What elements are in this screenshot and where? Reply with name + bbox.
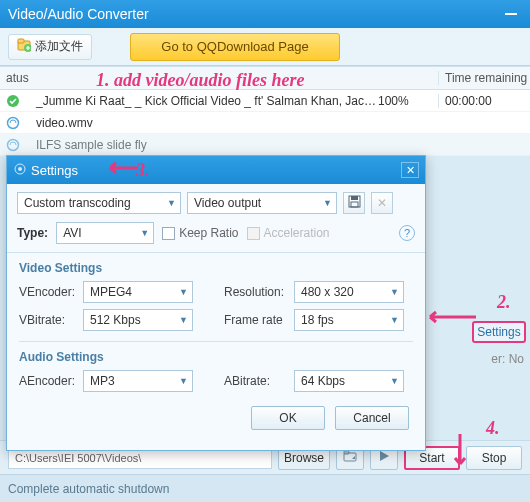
checkbox-box — [247, 227, 260, 240]
main-titlebar: Video/Audio Converter — [0, 0, 530, 28]
svg-point-6 — [8, 139, 19, 150]
svg-rect-2 — [18, 39, 24, 43]
chevron-down-icon: ▼ — [390, 376, 399, 386]
svg-point-11 — [18, 167, 22, 171]
table-row[interactable]: _Jumme Ki Raat_ _ Kick Official Video _ … — [0, 90, 530, 112]
resolution-combo[interactable]: 480 x 320▼ — [294, 281, 404, 303]
stop-button[interactable]: Stop — [466, 446, 522, 470]
dialog-title: Settings — [31, 163, 78, 178]
keep-ratio-checkbox[interactable]: Keep Ratio — [162, 226, 238, 240]
settings-dialog: Settings ✕ Custom transcoding▼ Video out… — [6, 155, 426, 451]
file-name: _Jumme Ki Raat_ _ Kick Official Video _ … — [30, 94, 378, 108]
status-icon-pending — [0, 116, 30, 130]
abitrate-label: ABitrate: — [224, 374, 290, 388]
chevron-down-icon: ▼ — [140, 228, 149, 238]
close-icon: ✕ — [406, 164, 415, 177]
dialog-titlebar: Settings ✕ — [7, 156, 425, 184]
status-icon-done — [0, 94, 30, 108]
preset-combo[interactable]: Custom transcoding▼ — [17, 192, 181, 214]
file-progress: 100% — [378, 94, 438, 108]
dialog-close-button[interactable]: ✕ — [401, 162, 419, 178]
chevron-down-icon: ▼ — [179, 315, 188, 325]
chevron-down-icon: ▼ — [390, 287, 399, 297]
footer-status: Complete automatic shutdown — [0, 474, 530, 502]
aencoder-label: AEncoder: — [19, 374, 79, 388]
folder-label-fragment: er: No — [491, 352, 524, 366]
file-table-header: atus Time remaining — [0, 66, 530, 90]
help-icon: ? — [404, 227, 410, 239]
play-icon — [378, 450, 390, 465]
aencoder-combo[interactable]: MP3▼ — [83, 370, 193, 392]
file-time: 00:00:00 — [438, 94, 530, 108]
annotation-4: 4. — [486, 418, 500, 439]
vencoder-combo[interactable]: MPEG4▼ — [83, 281, 193, 303]
save-icon — [348, 195, 361, 211]
table-row[interactable]: video.wmv — [0, 112, 530, 134]
resolution-label: Resolution: — [224, 285, 290, 299]
window-title: Video/Audio Converter — [8, 6, 149, 22]
vbitrate-label: VBitrate: — [19, 313, 79, 327]
main-toolbar: 添加文件 Go to QQDownload Page — [0, 28, 530, 66]
delete-icon: ✕ — [377, 196, 387, 210]
chevron-down-icon: ▼ — [179, 287, 188, 297]
type-label: Type: — [17, 226, 48, 240]
video-section-title: Video Settings — [7, 253, 425, 279]
svg-rect-14 — [351, 202, 358, 207]
audio-section-title: Audio Settings — [7, 342, 425, 368]
status-icon-pending — [0, 138, 30, 152]
open-folder-icon — [343, 450, 357, 465]
acceleration-checkbox: Acceleration — [247, 226, 330, 240]
framerate-label: Frame rate — [224, 313, 290, 327]
checkbox-box — [162, 227, 175, 240]
vbitrate-combo[interactable]: 512 Kbps▼ — [83, 309, 193, 331]
svg-rect-13 — [351, 196, 358, 200]
table-row[interactable]: ILFS sample slide fly — [0, 134, 530, 156]
col-status: atus — [0, 71, 30, 85]
chevron-down-icon: ▼ — [323, 198, 332, 208]
delete-preset-button[interactable]: ✕ — [371, 192, 393, 214]
goto-download-button[interactable]: Go to QQDownload Page — [130, 33, 340, 61]
chevron-down-icon: ▼ — [390, 315, 399, 325]
annotation-2: 2. — [497, 292, 511, 313]
minimize-button[interactable] — [500, 5, 522, 23]
add-file-button[interactable]: 添加文件 — [8, 34, 92, 60]
type-combo[interactable]: AVI▼ — [56, 222, 154, 244]
settings-dialog-icon — [13, 162, 27, 179]
ok-button[interactable]: OK — [251, 406, 325, 430]
add-file-label: 添加文件 — [35, 38, 83, 55]
help-button[interactable]: ? — [399, 225, 415, 241]
settings-button[interactable]: Settings — [472, 321, 526, 343]
save-preset-button[interactable] — [343, 192, 365, 214]
abitrate-combo[interactable]: 64 Kbps▼ — [294, 370, 404, 392]
framerate-combo[interactable]: 18 fps▼ — [294, 309, 404, 331]
svg-rect-0 — [505, 13, 517, 15]
svg-point-5 — [8, 117, 19, 128]
chevron-down-icon: ▼ — [167, 198, 176, 208]
add-file-icon — [17, 38, 31, 55]
chevron-down-icon: ▼ — [179, 376, 188, 386]
file-name: ILFS sample slide fly — [30, 138, 378, 152]
file-name: video.wmv — [30, 116, 378, 130]
output-combo[interactable]: Video output▼ — [187, 192, 337, 214]
svg-marker-9 — [380, 451, 389, 461]
col-time: Time remaining — [438, 71, 530, 85]
cancel-button[interactable]: Cancel — [335, 406, 409, 430]
vencoder-label: VEncoder: — [19, 285, 79, 299]
